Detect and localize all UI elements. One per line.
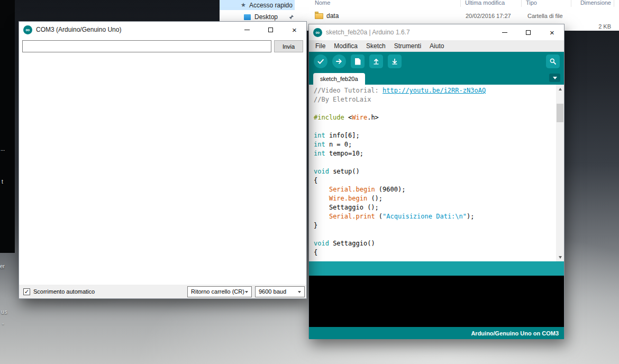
maximize-button[interactable] [259, 22, 283, 38]
close-button[interactable]: × [540, 24, 564, 40]
desktop-icon-label-fragment: er [0, 263, 5, 269]
verify-button[interactable] [314, 54, 327, 68]
magnifier-icon [549, 58, 557, 65]
desktop-icon-label-fragment: us [1, 309, 8, 315]
send-button[interactable]: Invia [274, 40, 303, 52]
arduino-app-icon: ∞ [313, 28, 322, 37]
scroll-up-button[interactable] [556, 85, 564, 93]
serial-monitor-titlebar[interactable]: ∞ COM3 (Arduino/Genuino Uno) × [19, 22, 306, 38]
sidebar-item-quick-access[interactable]: ★ Accesso rapido [220, 0, 295, 10]
serial-monitor-button[interactable] [546, 54, 560, 68]
menu-item-modifica[interactable]: Modifica [330, 40, 362, 52]
desktop-icon-label-fragment: t [2, 179, 3, 185]
save-button[interactable] [388, 54, 402, 68]
menu-item-aiuto[interactable]: Aiuto [425, 40, 448, 52]
baud-rate-select[interactable]: 9600 baud [255, 286, 305, 297]
desktop-label: Desktop [254, 13, 278, 21]
chevron-down-icon [553, 77, 557, 79]
board-status-bar: Arduino/Genuino Uno on COM3 [309, 327, 564, 339]
file-type: Cartella di file [527, 13, 563, 19]
upload-button[interactable] [332, 54, 346, 68]
close-button[interactable]: × [283, 22, 306, 38]
new-document-icon [355, 58, 361, 65]
column-header-type[interactable]: Tipo [526, 0, 571, 7]
serial-send-row: Invia [22, 40, 303, 52]
arrow-up-icon [372, 58, 380, 65]
check-icon [317, 58, 324, 65]
code-editor[interactable]: //Video Tutorial: http://youtu.be/i2RR-z… [309, 85, 564, 261]
file-name: data [326, 12, 339, 20]
column-header-modified[interactable]: Ultima modifica [465, 0, 522, 7]
console-output [309, 276, 564, 327]
ide-titlebar[interactable]: ∞ sketch_feb20a | Arduino 1.6.7 × [309, 24, 564, 40]
chevron-down-icon [298, 291, 301, 293]
desktop-icon-label-fragment: - [2, 321, 4, 326]
tab-sketch-feb20a[interactable]: sketch_feb20a [313, 73, 365, 85]
toolbar [309, 52, 564, 71]
close-icon: × [292, 26, 297, 34]
arrow-right-icon [335, 58, 343, 65]
arrow-down-icon [391, 58, 398, 65]
minimize-icon [244, 30, 250, 30]
desktop-folder-icon [244, 14, 251, 20]
menu-item-strumenti[interactable]: Strumenti [390, 40, 425, 52]
wallpaper-dark-strip [0, 0, 15, 253]
window-title: sketch_feb20a | Arduino 1.6.7 [326, 29, 410, 36]
tab-menu-button[interactable] [549, 74, 560, 82]
minimize-button[interactable] [493, 24, 516, 40]
scroll-down-button[interactable] [556, 253, 564, 261]
code-area[interactable]: //Video Tutorial: http://youtu.be/i2RR-z… [314, 86, 555, 257]
screen: ... t er us - ★ Accesso rapido Desktop N… [0, 0, 619, 364]
chevron-down-icon [245, 291, 248, 293]
autoscroll-label: Scorrimento automatico [33, 288, 95, 295]
maximize-button[interactable] [516, 24, 540, 40]
serial-output-area [22, 55, 303, 284]
pin-icon[interactable] [288, 14, 294, 20]
minimize-icon [502, 32, 507, 33]
file-row[interactable]: data 20/02/2016 17:27 Cartella di file [308, 11, 619, 21]
maximize-icon [268, 28, 273, 32]
window-title: COM3 (Arduino/Genuino Uno) [36, 26, 121, 33]
column-header-name[interactable]: Nome [315, 0, 461, 7]
star-icon: ★ [241, 2, 246, 8]
column-header-size[interactable]: Dimensione [575, 0, 614, 7]
minimize-button[interactable] [235, 22, 259, 38]
line-ending-value: Ritorno carrello (CR) [191, 288, 244, 295]
autoscroll-checkbox[interactable]: ✓ [23, 288, 30, 295]
tab-bar: sketch_feb20a [309, 71, 564, 85]
file-size-value[interactable]: 2 KB [575, 23, 611, 30]
menu-bar: File Modifica Sketch Strumenti Aiuto [309, 40, 564, 52]
triangle-up-icon [559, 88, 562, 90]
triangle-down-icon [559, 256, 562, 259]
folder-icon [315, 13, 323, 19]
arduino-app-icon: ∞ [23, 25, 32, 34]
menu-item-sketch[interactable]: Sketch [362, 40, 390, 52]
new-sketch-button[interactable] [351, 54, 365, 68]
board-status-text: Arduino/Genuino Uno on COM3 [471, 330, 559, 336]
scrollbar-thumb[interactable] [557, 104, 563, 122]
scrollbar-track[interactable] [556, 85, 564, 261]
menu-item-file[interactable]: File [311, 40, 330, 52]
open-button[interactable] [369, 54, 383, 68]
file-modified: 20/02/2016 17:27 [466, 13, 511, 19]
line-ending-select[interactable]: Ritorno carrello (CR) [187, 286, 252, 297]
close-icon: × [550, 29, 554, 37]
arduino-ide-window: ∞ sketch_feb20a | Arduino 1.6.7 × File M… [308, 24, 565, 339]
serial-monitor-bottom-bar: ✓ Scorrimento automatico Ritorno carrell… [19, 285, 306, 298]
maximize-icon [526, 30, 531, 35]
status-bar [309, 261, 564, 276]
quick-access-label: Accesso rapido [249, 2, 293, 9]
desktop-icon-label-fragment: ... [1, 146, 5, 152]
serial-input[interactable] [22, 40, 271, 52]
serial-monitor-window: ∞ COM3 (Arduino/Genuino Uno) × Invia ✓ S… [19, 21, 307, 299]
baud-rate-value: 9600 baud [259, 288, 286, 295]
